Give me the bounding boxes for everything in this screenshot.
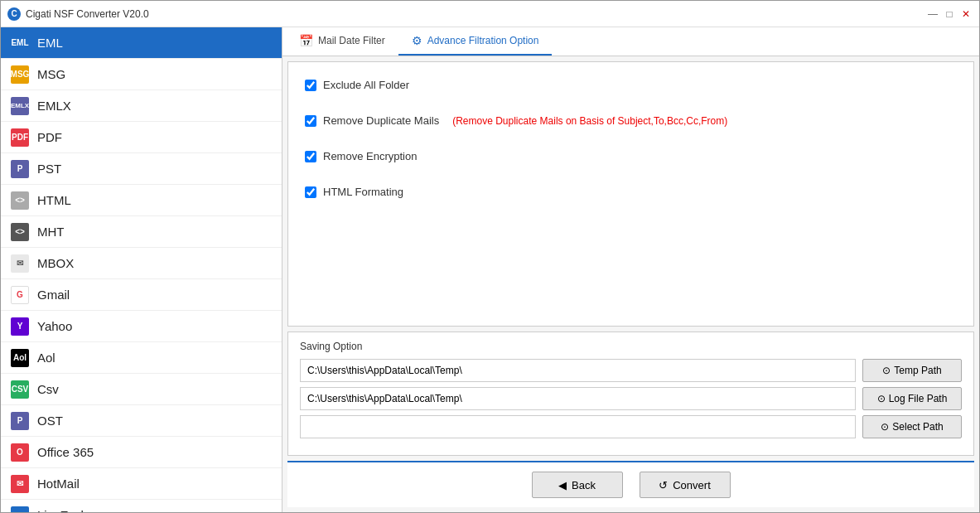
temp-path-row-button-icon: ⊙ [882,365,891,376]
select-path-row-input[interactable] [300,415,856,438]
sidebar-item-msg[interactable]: MSGMSG [1,59,282,90]
csv-label: Csv [37,382,59,396]
log-file-path-row-button-label: Log File Path [889,393,948,404]
label-remove-duplicate-mails: Remove Duplicate Mails [323,114,439,127]
sidebar-item-ost[interactable]: POST [1,405,282,437]
eml-label: EML [37,36,63,50]
filter-content: Exclude All FolderRemove Duplicate Mails… [287,61,974,327]
convert-icon: ↺ [659,479,668,491]
convert-label: Convert [673,479,711,491]
log-file-path-row-button[interactable]: ⊙Log File Path [862,387,962,410]
select-path-row-button[interactable]: ⊙Select Path [862,415,962,438]
sidebar-item-mbox[interactable]: ✉MBOX [1,248,282,279]
filter-option-remove-duplicate-mails: Remove Duplicate Mails(Remove Duplicate … [305,114,957,127]
tab-advance-filtration-icon: ⚙ [412,34,422,47]
sidebar-item-emlx[interactable]: EMLXEMLX [1,90,282,122]
aol-icon: Aol [11,349,29,367]
label-remove-encryption: Remove Encryption [323,150,417,162]
label-html-formatting: HTML Formating [323,186,403,198]
label-exclude-all-folder: Exclude All Folder [323,79,409,91]
sidebar-item-hotmail[interactable]: ✉HotMail [1,468,282,500]
emlx-icon: EMLX [11,97,29,115]
filter-option-html-formatting: HTML Formating [305,186,957,198]
office365-label: Office 365 [37,445,94,459]
saving-section: Saving Option ⊙Temp Path⊙Log File Path⊙S… [287,332,974,456]
sidebar-item-yahoo[interactable]: YYahoo [1,311,282,342]
log-file-path-row: ⊙Log File Path [300,387,962,410]
sidebar-item-csv[interactable]: CSVCsv [1,374,282,405]
convert-button[interactable]: ↺ Convert [640,472,731,498]
checkbox-remove-encryption[interactable] [305,151,316,162]
log-file-path-row-input[interactable] [300,387,856,410]
mbox-icon: ✉ [11,254,29,273]
live-label: LiveExchange [37,508,115,512]
csv-icon: CSV [11,380,29,399]
checkbox-exclude-all-folder[interactable] [305,80,316,91]
sidebar-item-office365[interactable]: OOffice 365 [1,437,282,468]
select-path-row-button-icon: ⊙ [881,421,889,433]
hotmail-label: HotMail [37,477,80,491]
right-panel: 📅Mail Date Filter⚙Advance Filtration Opt… [282,27,979,512]
tab-advance-filtration-label: Advance Filtration Option [427,35,539,46]
gmail-icon: G [11,286,29,304]
pdf-icon: PDF [11,128,29,147]
back-icon: ◀ [558,479,567,491]
checkbox-html-formatting[interactable] [305,186,316,198]
tabs: 📅Mail Date Filter⚙Advance Filtration Opt… [282,27,979,56]
pst-icon: P [11,160,29,178]
tab-mail-date-filter-label: Mail Date Filter [318,35,385,46]
sidebar-item-live[interactable]: ✉LiveExchange [1,500,282,512]
back-button[interactable]: ◀ Back [532,472,623,498]
tab-mail-date-filter-icon: 📅 [299,34,313,47]
app-icon: C [7,7,21,21]
ost-label: OST [37,414,63,428]
aol-label: Aol [37,351,56,365]
checkbox-remove-duplicate-mails[interactable] [305,115,316,127]
bottom-bar: ◀ Back ↺ Convert [287,461,974,507]
app-title: Cigati NSF Converter V20.0 [26,8,149,20]
office365-icon: O [11,443,29,462]
main-window: C Cigati NSF Converter V20.0 — □ ✕ EMLEM… [0,0,980,513]
log-file-path-row-button-icon: ⊙ [877,393,886,404]
sidebar-item-pst[interactable]: PPST [1,153,282,185]
temp-path-row: ⊙Temp Path [300,359,962,382]
sidebar-item-html[interactable]: <>HTML [1,185,282,216]
temp-path-row-input[interactable] [300,359,856,382]
sidebar: EMLEMLMSGMSGEMLXEMLXPDFPDFPPST<>HTML<>MH… [1,27,282,512]
emlx-label: EMLX [37,99,71,113]
note-remove-duplicate-mails: (Remove Duplicate Mails on Basis of Subj… [452,115,727,127]
tab-mail-date-filter[interactable]: 📅Mail Date Filter [286,27,398,56]
temp-path-row-button-label: Temp Path [894,365,941,376]
sidebar-item-aol[interactable]: AolAol [1,342,282,374]
yahoo-icon: Y [11,317,29,336]
saving-title: Saving Option [300,341,962,352]
msg-icon: MSG [11,65,29,84]
pst-label: PST [37,162,61,176]
mht-label: MHT [37,225,65,239]
eml-icon: EML [11,34,29,52]
sidebar-item-gmail[interactable]: GGmail [1,279,282,311]
main-content: EMLEMLMSGMSGEMLXEMLXPDFPDFPPST<>HTML<>MH… [1,27,979,512]
hotmail-icon: ✉ [11,475,29,493]
temp-path-row-button[interactable]: ⊙Temp Path [862,359,962,382]
pdf-label: PDF [37,130,62,144]
minimize-button[interactable]: — [926,7,939,21]
title-bar-left: C Cigati NSF Converter V20.0 [7,7,149,21]
maximize-button[interactable]: □ [943,7,956,21]
filter-option-remove-encryption: Remove Encryption [305,150,957,162]
gmail-label: Gmail [37,288,70,302]
select-path-row: ⊙Select Path [300,415,962,438]
sidebar-item-pdf[interactable]: PDFPDF [1,122,282,153]
html-icon: <> [11,191,29,210]
html-label: HTML [37,193,71,207]
sidebar-item-mht[interactable]: <>MHT [1,216,282,248]
ost-icon: P [11,412,29,430]
back-label: Back [572,479,596,491]
msg-label: MSG [37,67,65,81]
mht-icon: <> [11,223,29,241]
select-path-row-button-label: Select Path [892,421,943,433]
close-button[interactable]: ✕ [959,7,973,21]
mbox-label: MBOX [37,256,74,270]
tab-advance-filtration[interactable]: ⚙Advance Filtration Option [398,27,553,56]
sidebar-item-eml[interactable]: EMLEML [1,27,282,59]
